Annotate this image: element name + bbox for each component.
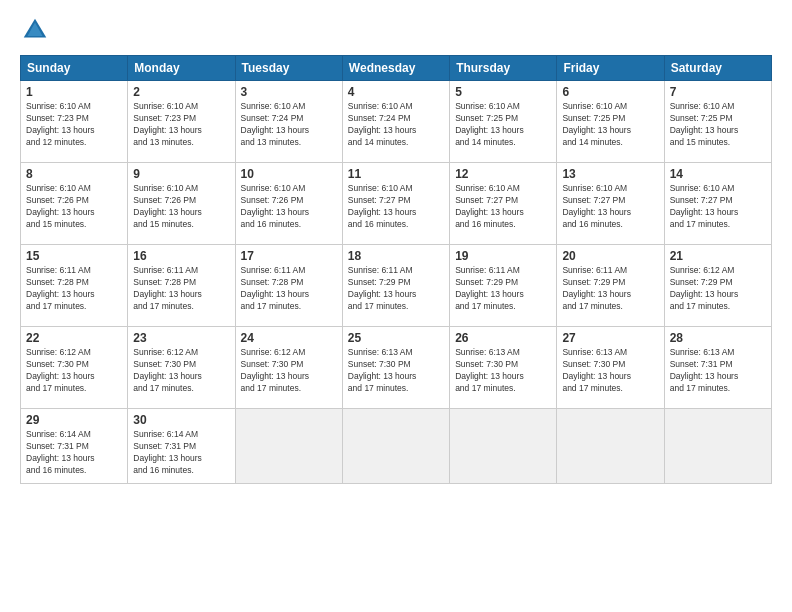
calendar-week-4: 22 Sunrise: 6:12 AM Sunset: 7:30 PM Dayl… bbox=[21, 327, 772, 409]
day-info: Sunrise: 6:13 AM Sunset: 7:31 PM Dayligh… bbox=[670, 347, 766, 395]
day-info: Sunrise: 6:13 AM Sunset: 7:30 PM Dayligh… bbox=[348, 347, 444, 395]
day-number: 4 bbox=[348, 85, 444, 99]
day-info: Sunrise: 6:10 AM Sunset: 7:26 PM Dayligh… bbox=[241, 183, 337, 231]
calendar-header-saturday: Saturday bbox=[664, 56, 771, 81]
day-number: 23 bbox=[133, 331, 229, 345]
calendar-cell: 7 Sunrise: 6:10 AM Sunset: 7:25 PM Dayli… bbox=[664, 81, 771, 163]
calendar-cell: 25 Sunrise: 6:13 AM Sunset: 7:30 PM Dayl… bbox=[342, 327, 449, 409]
day-number: 8 bbox=[26, 167, 122, 181]
day-info: Sunrise: 6:10 AM Sunset: 7:27 PM Dayligh… bbox=[348, 183, 444, 231]
day-info: Sunrise: 6:14 AM Sunset: 7:31 PM Dayligh… bbox=[133, 429, 229, 477]
calendar-cell bbox=[664, 409, 771, 484]
day-info: Sunrise: 6:10 AM Sunset: 7:23 PM Dayligh… bbox=[26, 101, 122, 149]
calendar-cell: 17 Sunrise: 6:11 AM Sunset: 7:28 PM Dayl… bbox=[235, 245, 342, 327]
day-info: Sunrise: 6:12 AM Sunset: 7:30 PM Dayligh… bbox=[241, 347, 337, 395]
calendar-week-2: 8 Sunrise: 6:10 AM Sunset: 7:26 PM Dayli… bbox=[21, 163, 772, 245]
day-number: 18 bbox=[348, 249, 444, 263]
calendar-cell: 30 Sunrise: 6:14 AM Sunset: 7:31 PM Dayl… bbox=[128, 409, 235, 484]
calendar-header-monday: Monday bbox=[128, 56, 235, 81]
day-info: Sunrise: 6:10 AM Sunset: 7:25 PM Dayligh… bbox=[562, 101, 658, 149]
calendar-cell: 4 Sunrise: 6:10 AM Sunset: 7:24 PM Dayli… bbox=[342, 81, 449, 163]
day-number: 16 bbox=[133, 249, 229, 263]
day-info: Sunrise: 6:11 AM Sunset: 7:28 PM Dayligh… bbox=[241, 265, 337, 313]
calendar-header-wednesday: Wednesday bbox=[342, 56, 449, 81]
day-info: Sunrise: 6:10 AM Sunset: 7:24 PM Dayligh… bbox=[348, 101, 444, 149]
day-info: Sunrise: 6:12 AM Sunset: 7:30 PM Dayligh… bbox=[26, 347, 122, 395]
calendar-header-sunday: Sunday bbox=[21, 56, 128, 81]
day-number: 3 bbox=[241, 85, 337, 99]
day-number: 19 bbox=[455, 249, 551, 263]
calendar-cell: 3 Sunrise: 6:10 AM Sunset: 7:24 PM Dayli… bbox=[235, 81, 342, 163]
calendar-header-thursday: Thursday bbox=[450, 56, 557, 81]
calendar-cell: 24 Sunrise: 6:12 AM Sunset: 7:30 PM Dayl… bbox=[235, 327, 342, 409]
logo-icon bbox=[20, 15, 50, 45]
calendar-week-1: 1 Sunrise: 6:10 AM Sunset: 7:23 PM Dayli… bbox=[21, 81, 772, 163]
day-number: 5 bbox=[455, 85, 551, 99]
day-number: 13 bbox=[562, 167, 658, 181]
day-info: Sunrise: 6:11 AM Sunset: 7:29 PM Dayligh… bbox=[455, 265, 551, 313]
day-info: Sunrise: 6:10 AM Sunset: 7:27 PM Dayligh… bbox=[562, 183, 658, 231]
day-info: Sunrise: 6:13 AM Sunset: 7:30 PM Dayligh… bbox=[455, 347, 551, 395]
day-number: 17 bbox=[241, 249, 337, 263]
calendar-cell: 29 Sunrise: 6:14 AM Sunset: 7:31 PM Dayl… bbox=[21, 409, 128, 484]
day-info: Sunrise: 6:10 AM Sunset: 7:25 PM Dayligh… bbox=[455, 101, 551, 149]
day-number: 27 bbox=[562, 331, 658, 345]
calendar-cell: 12 Sunrise: 6:10 AM Sunset: 7:27 PM Dayl… bbox=[450, 163, 557, 245]
day-number: 21 bbox=[670, 249, 766, 263]
day-number: 29 bbox=[26, 413, 122, 427]
day-number: 28 bbox=[670, 331, 766, 345]
calendar-cell: 27 Sunrise: 6:13 AM Sunset: 7:30 PM Dayl… bbox=[557, 327, 664, 409]
day-number: 1 bbox=[26, 85, 122, 99]
day-number: 20 bbox=[562, 249, 658, 263]
day-info: Sunrise: 6:11 AM Sunset: 7:29 PM Dayligh… bbox=[348, 265, 444, 313]
day-info: Sunrise: 6:11 AM Sunset: 7:28 PM Dayligh… bbox=[26, 265, 122, 313]
day-number: 25 bbox=[348, 331, 444, 345]
day-number: 11 bbox=[348, 167, 444, 181]
page-header bbox=[20, 15, 772, 45]
calendar-cell: 16 Sunrise: 6:11 AM Sunset: 7:28 PM Dayl… bbox=[128, 245, 235, 327]
calendar-cell: 11 Sunrise: 6:10 AM Sunset: 7:27 PM Dayl… bbox=[342, 163, 449, 245]
day-number: 14 bbox=[670, 167, 766, 181]
day-info: Sunrise: 6:11 AM Sunset: 7:29 PM Dayligh… bbox=[562, 265, 658, 313]
day-info: Sunrise: 6:12 AM Sunset: 7:29 PM Dayligh… bbox=[670, 265, 766, 313]
logo bbox=[20, 15, 54, 45]
calendar-cell: 1 Sunrise: 6:10 AM Sunset: 7:23 PM Dayli… bbox=[21, 81, 128, 163]
calendar-cell bbox=[450, 409, 557, 484]
day-number: 12 bbox=[455, 167, 551, 181]
day-number: 10 bbox=[241, 167, 337, 181]
calendar-header-friday: Friday bbox=[557, 56, 664, 81]
day-info: Sunrise: 6:14 AM Sunset: 7:31 PM Dayligh… bbox=[26, 429, 122, 477]
day-number: 6 bbox=[562, 85, 658, 99]
day-number: 24 bbox=[241, 331, 337, 345]
calendar-cell: 18 Sunrise: 6:11 AM Sunset: 7:29 PM Dayl… bbox=[342, 245, 449, 327]
day-info: Sunrise: 6:10 AM Sunset: 7:23 PM Dayligh… bbox=[133, 101, 229, 149]
calendar-cell: 13 Sunrise: 6:10 AM Sunset: 7:27 PM Dayl… bbox=[557, 163, 664, 245]
day-number: 22 bbox=[26, 331, 122, 345]
calendar-cell: 9 Sunrise: 6:10 AM Sunset: 7:26 PM Dayli… bbox=[128, 163, 235, 245]
calendar-cell: 14 Sunrise: 6:10 AM Sunset: 7:27 PM Dayl… bbox=[664, 163, 771, 245]
calendar-cell: 23 Sunrise: 6:12 AM Sunset: 7:30 PM Dayl… bbox=[128, 327, 235, 409]
calendar-cell bbox=[557, 409, 664, 484]
calendar-cell: 5 Sunrise: 6:10 AM Sunset: 7:25 PM Dayli… bbox=[450, 81, 557, 163]
day-info: Sunrise: 6:10 AM Sunset: 7:26 PM Dayligh… bbox=[133, 183, 229, 231]
calendar-cell bbox=[235, 409, 342, 484]
calendar-cell: 15 Sunrise: 6:11 AM Sunset: 7:28 PM Dayl… bbox=[21, 245, 128, 327]
calendar-cell: 6 Sunrise: 6:10 AM Sunset: 7:25 PM Dayli… bbox=[557, 81, 664, 163]
day-info: Sunrise: 6:10 AM Sunset: 7:27 PM Dayligh… bbox=[670, 183, 766, 231]
day-info: Sunrise: 6:12 AM Sunset: 7:30 PM Dayligh… bbox=[133, 347, 229, 395]
day-info: Sunrise: 6:11 AM Sunset: 7:28 PM Dayligh… bbox=[133, 265, 229, 313]
calendar-cell: 21 Sunrise: 6:12 AM Sunset: 7:29 PM Dayl… bbox=[664, 245, 771, 327]
calendar-cell: 28 Sunrise: 6:13 AM Sunset: 7:31 PM Dayl… bbox=[664, 327, 771, 409]
calendar-header-tuesday: Tuesday bbox=[235, 56, 342, 81]
calendar-cell: 2 Sunrise: 6:10 AM Sunset: 7:23 PM Dayli… bbox=[128, 81, 235, 163]
calendar-cell: 8 Sunrise: 6:10 AM Sunset: 7:26 PM Dayli… bbox=[21, 163, 128, 245]
calendar-week-3: 15 Sunrise: 6:11 AM Sunset: 7:28 PM Dayl… bbox=[21, 245, 772, 327]
day-info: Sunrise: 6:10 AM Sunset: 7:25 PM Dayligh… bbox=[670, 101, 766, 149]
calendar-cell: 26 Sunrise: 6:13 AM Sunset: 7:30 PM Dayl… bbox=[450, 327, 557, 409]
calendar-cell: 10 Sunrise: 6:10 AM Sunset: 7:26 PM Dayl… bbox=[235, 163, 342, 245]
day-number: 26 bbox=[455, 331, 551, 345]
day-info: Sunrise: 6:13 AM Sunset: 7:30 PM Dayligh… bbox=[562, 347, 658, 395]
day-number: 9 bbox=[133, 167, 229, 181]
day-info: Sunrise: 6:10 AM Sunset: 7:27 PM Dayligh… bbox=[455, 183, 551, 231]
calendar-cell: 22 Sunrise: 6:12 AM Sunset: 7:30 PM Dayl… bbox=[21, 327, 128, 409]
